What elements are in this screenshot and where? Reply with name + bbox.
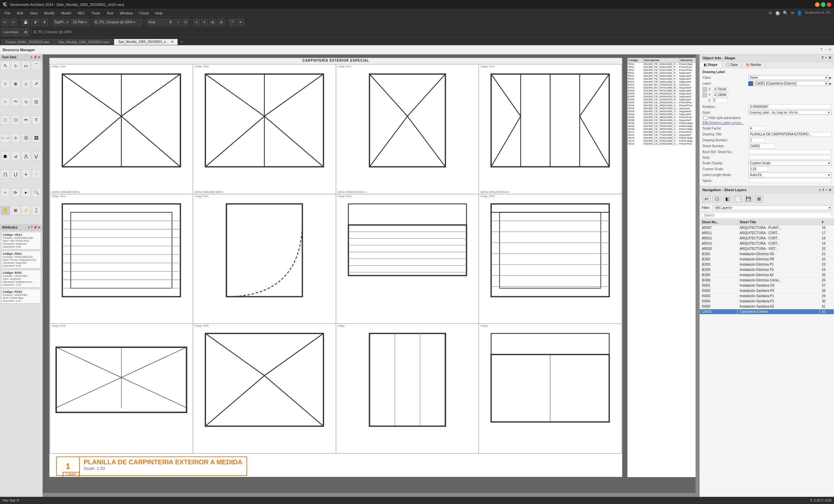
redo-button[interactable]: ↪ xyxy=(10,19,17,26)
tool-sets-menu-icon[interactable]: ≡ xyxy=(30,55,32,59)
bold-button[interactable]: B xyxy=(167,19,174,26)
nav-table-row[interactable]: AR007 ARQUITECTURA - PLANT... 16 xyxy=(700,225,834,231)
tool-poly[interactable]: □ xyxy=(1,115,10,124)
menu-view[interactable]: View xyxy=(27,10,41,16)
nav-save-btn[interactable]: 💾 xyxy=(744,195,753,203)
oi-close-icon[interactable]: ✕ xyxy=(829,56,831,60)
oi-note-value[interactable] xyxy=(748,155,831,160)
oi-class-dropdown[interactable]: None xyxy=(748,75,829,80)
home-icon[interactable]: 🏠 xyxy=(775,10,780,16)
menu-help[interactable]: Help xyxy=(152,10,166,16)
save-button[interactable]: 💾 xyxy=(21,19,30,26)
nav-close-icon[interactable]: ✕ xyxy=(829,188,831,192)
attr-help-icon[interactable]: ? xyxy=(30,226,32,229)
oi-scale-display-dropdown[interactable]: Custom Scale xyxy=(748,161,831,166)
oi-back-ref-value[interactable] xyxy=(748,150,831,154)
nav-table-row[interactable]: AR020 ARQUITECTURA - VIST... 20 xyxy=(700,246,834,252)
align-left[interactable]: ≡ xyxy=(193,19,200,26)
tool-arrow[interactable]: ↗ xyxy=(32,79,41,88)
tab-funaro[interactable]: Funaro_KM41_20230916.vwx xyxy=(1,39,53,45)
settings-icon[interactable]: ⚙ xyxy=(768,10,772,16)
font-button[interactable]: Arial xyxy=(146,19,166,26)
nav-sheet-btn[interactable]: 📄 xyxy=(733,195,743,203)
nav-search-input[interactable] xyxy=(702,212,832,218)
canvas-area[interactable]: CARPINTERÍA EXTERIOR ESPECIAL Código: VE… xyxy=(43,54,700,497)
oi-layer-dropdown[interactable]: CA001 [Carpintería Exterior] xyxy=(754,81,829,86)
tool-viewport[interactable]: ⊳ xyxy=(11,188,20,197)
tool-symbol[interactable]: Ⓢ xyxy=(21,134,30,143)
maximize-button[interactable] xyxy=(821,2,826,7)
search-icon[interactable]: 🔍 xyxy=(783,10,788,16)
menu-window[interactable]: Window xyxy=(116,10,136,16)
tool-pen[interactable]: ✏ xyxy=(21,115,30,124)
window-controls[interactable] xyxy=(815,2,831,7)
nav-table-row[interactable]: AR012 ARQUITECTURA - CORT... 18 xyxy=(700,236,834,241)
tool-bezier[interactable]: ⊡ xyxy=(32,97,41,106)
tool-column[interactable]: ⋄ xyxy=(21,169,30,179)
undo-button[interactable]: ↩ xyxy=(1,19,8,26)
tool-line[interactable]: ⌐ xyxy=(1,97,10,106)
menu-cloud[interactable]: Cloud xyxy=(136,10,152,16)
tool-hex[interactable]: ⬡ xyxy=(11,115,20,124)
oi-hide-style-checkbox[interactable] xyxy=(703,116,707,120)
tab-san-nicolas-1[interactable]: San_Nicolás_2365_20230914.vwx xyxy=(54,39,113,45)
oi-class-arrow[interactable]: ▸ xyxy=(829,75,831,80)
oi-z-value[interactable]: 0 xyxy=(712,98,728,103)
tool-space[interactable]: ▸ xyxy=(21,188,30,197)
tool-rotate[interactable]: ⊹ xyxy=(11,61,20,70)
tool-select[interactable]: ↖ xyxy=(1,61,10,70)
menu-aec[interactable]: AEC xyxy=(74,10,89,16)
tool-floor[interactable]: ⋃ xyxy=(11,169,20,179)
oi-y-value[interactable]: -0.18896 xyxy=(712,92,728,97)
tool-arc[interactable]: ⌒ xyxy=(32,61,41,70)
tool-rect[interactable]: ▭ xyxy=(21,61,30,70)
classes-button[interactable]: ⬇ xyxy=(41,19,48,26)
oi-name-value[interactable] xyxy=(748,178,831,183)
oi-tab-data[interactable]: 📋 Data xyxy=(722,62,742,68)
layers-button[interactable]: ⚡ xyxy=(31,19,40,26)
nav-table-row[interactable]: IE003 Instalación Eléctrica P1 23 xyxy=(700,262,834,267)
tool-fly[interactable]: ⚡ xyxy=(21,206,30,215)
tool-shape[interactable]: ⌂ xyxy=(21,79,30,88)
rm-minimize-icon[interactable]: − xyxy=(825,48,827,52)
help-button[interactable]: ? xyxy=(229,19,236,26)
rm-icon1[interactable]: ? xyxy=(820,48,822,52)
oi-label-length-dropdown[interactable]: Auto-Fit xyxy=(748,173,831,177)
nav-table-row[interactable]: AR013 ARQUITECTURA - CORT... 19 xyxy=(700,241,834,246)
close-panel-button[interactable]: ✕ xyxy=(237,19,244,26)
oi-rotation-value[interactable]: 0.00000000° xyxy=(748,104,831,109)
nav-table-row[interactable]: IE001 Instalación Eléctrica SS 21 xyxy=(700,252,834,257)
oi-drawing-title-value[interactable]: PLANILLA DE CARPINTERIA EXTERIO... xyxy=(748,132,831,137)
tool-spline[interactable]: ∿ xyxy=(21,97,30,106)
tool-sets-close-icon[interactable]: ✕ xyxy=(38,55,40,59)
tool-circle[interactable]: ○ xyxy=(1,79,10,88)
oi-help-icon[interactable]: ? xyxy=(821,56,824,60)
canvas-scrollbar-v[interactable] xyxy=(696,54,700,497)
nav-help-icon[interactable]: ? xyxy=(822,188,824,192)
tab-san-nicolas-2[interactable]: San_Nicolás_2365_20230901_v... ✕ xyxy=(114,39,178,45)
tool-stair[interactable]: ⋁ xyxy=(32,152,41,161)
add-tab-button[interactable]: + xyxy=(178,38,185,45)
nav-menu-icon[interactable]: ≡ xyxy=(819,188,821,192)
tool-smart-cursor[interactable]: ⊹ xyxy=(11,134,20,143)
snap-button[interactable]: ⊞ xyxy=(209,19,216,26)
minimize-button[interactable] xyxy=(815,2,819,7)
tool-pan[interactable]: ✋ xyxy=(1,206,10,215)
oi-min-icon[interactable]: − xyxy=(825,56,827,60)
underline-button[interactable]: U xyxy=(182,19,189,26)
nav-layers-btn[interactable]: ⬡ xyxy=(712,195,722,203)
nav-table-row[interactable]: AR011 ARQUITECTURA - CORT... 17 xyxy=(700,231,834,236)
menu-tools[interactable]: Tools xyxy=(88,10,103,16)
nav-filter-dropdown[interactable]: <All Layers> xyxy=(712,205,832,210)
menu-model[interactable]: Model xyxy=(58,10,74,16)
tool-section[interactable]: ⋆ xyxy=(1,188,10,197)
view-dropdown[interactable]: Top/Pl... xyxy=(52,19,70,26)
oi-style-dropdown[interactable]: Drawing Label - Sq. Dwg No. Sht No. xyxy=(748,110,831,115)
menu-modify[interactable]: Modify xyxy=(41,10,58,16)
nav-table-row[interactable]: IE005 Instalación Eléctrica AZ 25 xyxy=(700,273,834,278)
oi-hide-style-row[interactable]: Hide style parameters xyxy=(703,116,831,120)
nav-classes-btn[interactable]: ⊞ xyxy=(754,195,764,203)
italic-button[interactable]: I xyxy=(175,19,181,26)
rm-close-icon[interactable]: ✕ xyxy=(829,48,831,52)
tool-3d[interactable]: ⊞ xyxy=(11,206,20,215)
